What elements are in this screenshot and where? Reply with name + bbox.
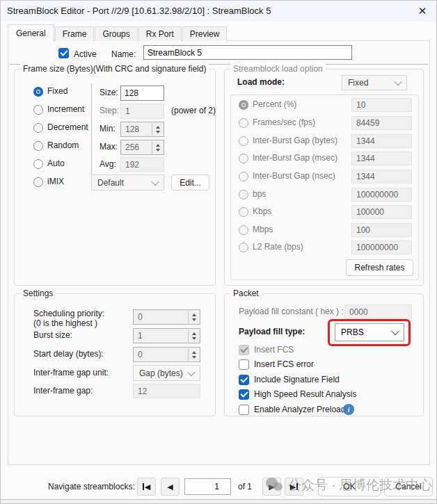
max-spinner[interactable] (152, 141, 163, 154)
spin-down-icon (192, 318, 196, 321)
size-input[interactable] (120, 86, 164, 101)
radio-bps-label: bps (253, 189, 266, 199)
fill-type-label: Payload fill type: (239, 327, 305, 336)
insert-fcs-error-label: Insert FCS error (254, 359, 314, 369)
radio-kbps[interactable] (239, 207, 248, 217)
active-checkbox[interactable] (58, 48, 69, 58)
avg-label: Avg: (100, 159, 116, 169)
radio-bps[interactable] (239, 190, 248, 200)
insert-fcs-error-checkbox[interactable] (239, 359, 249, 370)
radio-decrement-label: Decrement (47, 122, 88, 132)
include-signature-checkbox[interactable] (239, 375, 249, 385)
radio-mbps-label: Mbps (253, 225, 273, 234)
imix-preset-select[interactable]: Default (91, 174, 164, 190)
load-option-group: Streamblock load option Load mode: Fixed… (224, 69, 424, 286)
ibg-msec-field: 1344 (351, 152, 412, 165)
gap-unit-select[interactable]: Gap (bytes) (133, 365, 200, 381)
load-mode-label: Load mode: (237, 77, 285, 87)
previous-streamblock-button[interactable]: ◀ (161, 478, 180, 496)
active-label: Active (74, 49, 97, 59)
radio-ibg-msec[interactable] (239, 154, 248, 163)
spin-down-icon (192, 337, 196, 340)
radio-mbps[interactable] (239, 225, 248, 235)
window-bottom-edge (1, 499, 436, 504)
next-icon: ▶ (269, 482, 274, 491)
info-icon[interactable]: i (343, 404, 354, 415)
radio-fixed[interactable] (33, 87, 43, 97)
fill-type-select[interactable]: PRBS (335, 323, 404, 341)
high-speed-analysis-checkbox[interactable] (239, 389, 249, 400)
ibg-bytes-field: 1344 (351, 134, 412, 148)
radio-l2-rate-label: L2 Rate (bps) (253, 242, 303, 252)
name-input[interactable] (143, 45, 352, 60)
radio-auto[interactable] (33, 159, 43, 169)
min-label: Min: (100, 124, 116, 133)
first-icon-bar (143, 483, 144, 490)
radio-percent[interactable] (239, 100, 248, 110)
l2-rate-field: 100000000 (351, 241, 412, 254)
inter-frame-gap-field: 12 (133, 384, 200, 398)
imix-preset-value: Default (97, 178, 124, 188)
radio-ibg-bytes-label: Inter-Burst Gap (bytes) (253, 136, 337, 145)
burst-size-label: Burst size: (33, 330, 72, 340)
chevron-down-icon (151, 177, 159, 185)
inter-frame-gap-label: Inter-frame gap: (33, 386, 93, 396)
high-speed-analysis-label: High Speed Result Analysis (254, 389, 356, 399)
radio-random[interactable] (33, 141, 43, 151)
fill-constant-label: Payload fill constant ( hex ) : (239, 307, 344, 316)
radio-auto-label: Auto (47, 158, 65, 168)
step-label: Step: (100, 106, 119, 115)
last-icon: ▶ (290, 482, 296, 491)
last-streamblock-button[interactable]: ▶ (285, 478, 303, 496)
load-mode-select[interactable]: Fixed (342, 75, 407, 90)
start-delay-spinner[interactable] (188, 348, 199, 361)
general-tab-page: Active Name: Frame size (Bytes)(With CRC… (8, 40, 430, 465)
insert-fcs-checkbox[interactable] (239, 345, 249, 355)
radio-decrement[interactable] (33, 123, 43, 133)
min-spinner[interactable] (152, 123, 163, 136)
chevron-down-icon (187, 368, 195, 375)
tab-groups[interactable]: Groups (95, 26, 137, 41)
spin-up-icon (156, 126, 160, 129)
frame-size-group: Frame size (Bytes)(With CRC and signatur… (14, 69, 216, 286)
tab-rx-port[interactable]: Rx Port (138, 26, 182, 41)
bps-field: 100000000 (351, 188, 412, 202)
load-option-group-title: Streamblock load option (230, 64, 326, 74)
tab-frame[interactable]: Frame (55, 26, 95, 41)
refresh-rates-button[interactable]: Refresh rates (346, 259, 413, 276)
start-delay-label: Start delay (bytes): (33, 349, 104, 359)
scheduling-priority-spinner[interactable] (188, 311, 199, 323)
insert-fcs-label: Insert FCS (254, 345, 294, 355)
analyzer-preload-checkbox[interactable] (239, 405, 249, 415)
burst-size-spinner[interactable] (188, 330, 199, 342)
cancel-button[interactable]: Cancel (384, 477, 433, 496)
next-streamblock-button[interactable]: ▶ (262, 478, 281, 496)
radio-percent-label: Percent (%) (253, 99, 296, 109)
tab-preview[interactable]: Preview (182, 26, 228, 41)
first-streamblock-button[interactable]: ◀ (137, 478, 156, 496)
radio-ibg-nsec[interactable] (239, 172, 248, 181)
close-icon[interactable]: ✕ (415, 4, 429, 18)
include-signature-label: Include Signature Field (254, 375, 340, 384)
spin-up-icon (192, 314, 196, 316)
tab-general[interactable]: General (8, 24, 54, 42)
first-icon: ◀ (145, 482, 150, 491)
radio-l2-rate[interactable] (239, 243, 248, 252)
radio-imix[interactable] (33, 177, 43, 187)
settings-group-title: Settings (20, 288, 56, 298)
radio-ibg-nsec-label: Inter-Burst Gap (nsec) (253, 171, 335, 181)
packet-group: Packet Payload fill constant ( hex ) : 0… (224, 293, 424, 416)
streamblock-editor-dialog: StreamBlock Editor - Port //2/9 [10.61.3… (0, 0, 437, 504)
streamblock-index-input[interactable] (184, 478, 231, 495)
ok-button[interactable]: OK (318, 477, 381, 496)
gap-unit-label: Inter-frame gap unit: (33, 368, 109, 377)
radio-fps[interactable] (239, 118, 248, 128)
size-label: Size: (100, 88, 118, 97)
radio-increment[interactable] (33, 105, 43, 115)
edit-button[interactable]: Edit... (171, 174, 209, 190)
radio-ibg-bytes[interactable] (239, 136, 248, 146)
previous-icon: ◀ (167, 482, 173, 491)
radio-increment-label: Increment (47, 104, 84, 114)
power-of-2-hint: (power of 2) (171, 106, 216, 115)
navigate-label: Navigate streamblocks: (48, 482, 135, 491)
